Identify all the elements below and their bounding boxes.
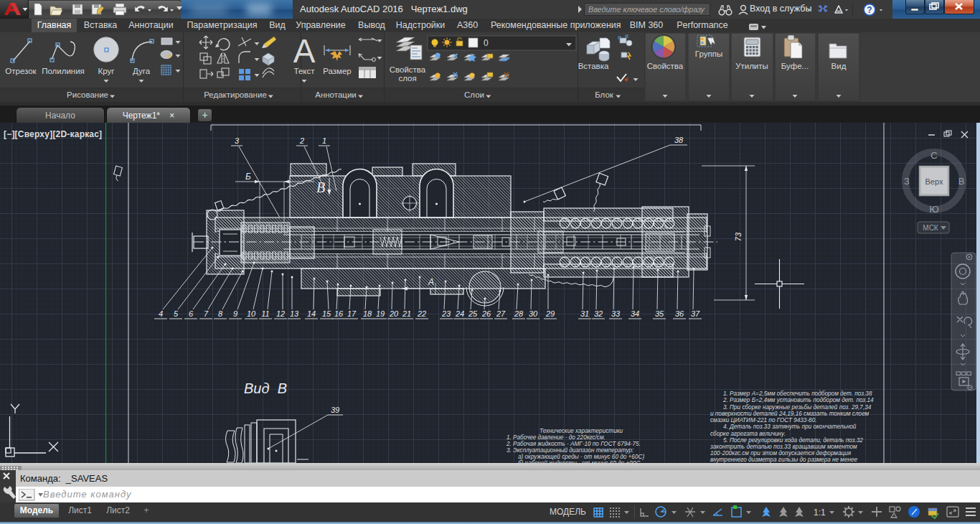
svg-text:A: A	[293, 32, 316, 70]
svg-text:7: 7	[204, 309, 209, 318]
svg-text:15: 15	[322, 309, 331, 318]
svg-text:29: 29	[545, 309, 555, 318]
svg-text:Верх: Верх	[925, 177, 943, 186]
svg-text:Блок: Блок	[595, 90, 614, 99]
svg-text:9: 9	[233, 309, 237, 318]
svg-text:Свойства: Свойства	[647, 62, 684, 70]
svg-text:Текст: Текст	[294, 67, 316, 75]
svg-text:21: 21	[402, 309, 411, 318]
svg-text:100-200кгс.см при этом допуска: 100-200кгс.см при этом допускается дефор…	[710, 450, 852, 457]
svg-text:2: 2	[299, 136, 304, 145]
svg-text:23: 23	[441, 309, 451, 318]
svg-text:В: В	[958, 176, 965, 187]
svg-text:6: 6	[189, 309, 194, 318]
svg-text:36: 36	[675, 309, 684, 318]
svg-text:Буфе...: Буфе...	[781, 62, 809, 70]
svg-text:34: 34	[631, 309, 639, 318]
svg-text:33: 33	[611, 309, 621, 318]
svg-text:Ю: Ю	[929, 204, 938, 215]
svg-text:31: 31	[580, 309, 589, 318]
svg-text:1. Рабочее давление - до 220: 1. Рабочее давление - до 220кгс/см.	[507, 434, 606, 441]
svg-text:12: 12	[276, 309, 285, 318]
svg-text:38: 38	[674, 136, 684, 144]
svg-text:а) окружающей среды - от мин: а) окружающей среды - от минус 60 до +60…	[518, 454, 644, 460]
svg-text:1: 1	[322, 136, 326, 145]
svg-text:13: 13	[290, 309, 299, 318]
svg-text:Слои: Слои	[464, 90, 484, 99]
svg-text:28: 28	[514, 309, 524, 318]
svg-text:39: 39	[331, 406, 339, 414]
svg-text:5: 5	[174, 309, 179, 318]
svg-text:3. Эксплуатационный диапазон т: 3. Эксплуатационный диапазон температур:	[507, 447, 633, 454]
svg-text:Аннотации: Аннотации	[315, 90, 356, 99]
svg-text:1:1: 1:1	[814, 507, 826, 518]
svg-text:20: 20	[389, 309, 399, 318]
svg-text:17: 17	[347, 309, 357, 318]
svg-text:З: З	[904, 176, 910, 187]
svg-text:4: 4	[159, 309, 163, 318]
svg-text:3. При сборке наружные резьбы: 3. При сборке наружные резьбы деталей по…	[723, 404, 872, 411]
svg-text:27: 27	[496, 309, 506, 318]
svg-text:73: 73	[734, 232, 743, 241]
svg-text:18: 18	[363, 309, 372, 318]
svg-text:8: 8	[218, 309, 223, 318]
svg-text:16: 16	[334, 309, 344, 318]
svg-text:и поверхности деталей 24,19,16: и поверхности деталей 24,19,16 смазать т…	[710, 411, 870, 417]
svg-text:Размер: Размер	[323, 67, 352, 75]
svg-text:37: 37	[691, 309, 700, 318]
svg-text:Утилиты: Утилиты	[735, 62, 768, 70]
svg-text:Свойства: Свойства	[390, 65, 426, 74]
svg-text:Полилиния: Полилиния	[42, 67, 85, 75]
svg-text:32: 32	[594, 309, 603, 318]
svg-text:Дуга: Дуга	[133, 67, 151, 75]
svg-text:3: 3	[235, 136, 240, 145]
svg-text:Группы: Группы	[695, 50, 722, 58]
svg-text:Технические характеристики: Технические характеристики	[540, 428, 623, 434]
svg-text:5. После регулировки хода дета: 5. После регулировки хода детали, деталь…	[723, 437, 863, 444]
svg-text:смазки ЦИАТИМ-221 по ГОСТ 9433: смазки ЦИАТИМ-221 по ГОСТ 9433-80.	[710, 417, 817, 424]
svg-text:В: В	[316, 179, 325, 195]
svg-text:законтрить деталью поз.33 вращ: законтрить деталью поз.33 вращавшим моме…	[710, 444, 857, 450]
svg-text:Редактирование: Редактирование	[204, 90, 267, 99]
svg-text:22: 22	[417, 309, 426, 318]
svg-text:?: ?	[867, 5, 872, 15]
svg-text:14: 14	[307, 309, 316, 318]
svg-text:Вид: Вид	[831, 62, 847, 70]
svg-text:26: 26	[481, 309, 491, 318]
svg-text:внутреннего диаметра гильзы до: внутреннего диаметра гильзы до размера н…	[710, 457, 858, 463]
svg-text:11: 11	[261, 309, 269, 318]
svg-text:Б: Б	[245, 172, 251, 182]
svg-text:2. Размер Б=2,4мм установить п: 2. Размер Б=2,4мм установить подбором де…	[722, 397, 874, 403]
svg-text:10: 10	[247, 309, 256, 318]
svg-text:Вид В: Вид В	[244, 380, 287, 396]
svg-text:30: 30	[529, 309, 538, 318]
svg-text:Круг: Круг	[98, 67, 115, 75]
svg-text:4. Деталь поз.33 затянуть при: 4. Деталь поз.33 затянуть при окончатель…	[723, 424, 857, 430]
svg-text:сборке агрегата величину.: сборке агрегата величину.	[710, 431, 786, 437]
svg-text:Отрезок: Отрезок	[5, 67, 37, 75]
svg-text:А: А	[428, 277, 434, 287]
svg-text:С: С	[930, 150, 937, 161]
svg-text:2. Рабочая жидкость - АМГ-10: 2. Рабочая жидкость - АМГ-10 по ГОСТ 679…	[506, 441, 641, 447]
svg-text:35: 35	[655, 309, 664, 318]
svg-text:19: 19	[376, 309, 385, 318]
svg-text:слоя: слоя	[398, 74, 416, 83]
svg-text:24: 24	[455, 309, 464, 318]
svg-text:25: 25	[468, 309, 478, 318]
svg-text:Рисование: Рисование	[67, 90, 108, 99]
svg-text:МСК: МСК	[923, 224, 938, 232]
svg-text:Вставка: Вставка	[578, 62, 609, 70]
svg-text:1. Размер А=2,5мм обеспечить п: 1. Размер А=2,5мм обеспечить подбором де…	[723, 390, 872, 397]
svg-text:0: 0	[484, 38, 489, 48]
